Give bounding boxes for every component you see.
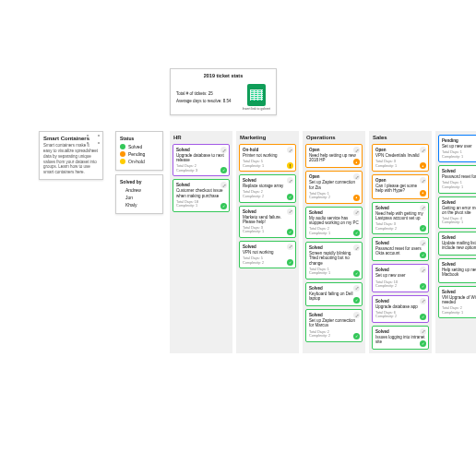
ticket-status: Solved: [243, 244, 292, 249]
expand-icon[interactable]: ⤢: [420, 298, 426, 304]
ticket-status: Solved: [375, 241, 425, 245]
ticket-card[interactable]: ⤢SolvedVPN not workingTotal Days: 5Compl…: [239, 241, 296, 268]
ticket-status: Solved: [243, 178, 292, 183]
ticket-card[interactable]: ⤢OpenVPN Credentials InvalidTotal Days: …: [372, 144, 429, 172]
status-badge: [420, 314, 426, 320]
ticket-status: Solved: [309, 286, 359, 291]
ticket-title: Marketo send failure. Please help!: [243, 215, 292, 224]
ticket-title: Upgrade database to next release: [176, 153, 226, 162]
author-item[interactable]: Andrew: [120, 187, 159, 193]
status-solved[interactable]: Solved: [120, 144, 159, 149]
status-legend-card: Status Solved Pending On-hold: [115, 131, 163, 171]
ticket-status: Pending: [442, 138, 476, 143]
ticket-card[interactable]: ⤢SolvedNeed help with getting my Lastpas…: [372, 202, 429, 234]
ticket-card[interactable]: ⤢SolvedMarketo send failure. Please help…: [239, 206, 296, 238]
author-item[interactable]: Jon: [120, 195, 159, 200]
stats-avg: Average days to resolve: 8.54: [176, 99, 231, 103]
ticket-card[interactable]: ⤢SolvedUpdate mailing list to include ne…: [438, 232, 476, 256]
expand-icon[interactable]: ⤢: [220, 147, 227, 153]
ticket-complexity: Complexity: 2: [309, 196, 359, 200]
ticket-complexity: Complexity: 3: [176, 169, 226, 173]
status-badge: [287, 194, 293, 200]
ticket-card[interactable]: ⤢OpenSet up Zapier connection for ZiaTot…: [305, 171, 363, 203]
column-title: Marketing: [239, 135, 296, 140]
ticket-complexity: Complexity: 1: [309, 232, 359, 236]
google-sheets-icon[interactable]: [247, 84, 266, 106]
ticket-title: VPN Credentials Invalid: [375, 153, 425, 158]
status-onhold[interactable]: On-hold: [120, 159, 159, 164]
ticket-card[interactable]: ⤢SolvedHelp setting up new Macbook: [438, 258, 476, 282]
ticket-status: Solved: [442, 169, 476, 173]
ticket-card[interactable]: ⤢SolvedSet up new userTotal Days: 10Comp…: [372, 264, 429, 292]
solvedby-card: Solved by Andrew Jon Khaly: [115, 174, 163, 214]
ticket-title: Set up new user: [375, 273, 425, 278]
status-badge: [353, 195, 360, 201]
board-column: Operations⤢OpenNeed help setting up new …: [303, 131, 365, 353]
ticket-title: Can I please get some help with Hype?: [375, 184, 425, 193]
smart-desc: Smart containers make it easy to visuali…: [43, 143, 99, 175]
ticket-title: My audio service has stopped working on …: [309, 216, 359, 225]
column-title: HR: [173, 135, 230, 140]
ticket-card[interactable]: ⤢SolvedIssues logging into intranet site: [372, 326, 429, 350]
ticket-card[interactable]: ⤢OpenNeed help setting up new 2018 HP: [305, 144, 363, 168]
expand-icon[interactable]: ⤢: [287, 208, 293, 215]
ticket-status: Solved: [375, 329, 425, 334]
ticket-card[interactable]: ⤢On-holdPrinter not workingTotal Days: 5…: [239, 144, 296, 172]
status-dot-green: [120, 144, 125, 149]
ticket-card[interactable]: ⤢SolvedPassword reset for OktaTotal Days…: [438, 165, 476, 193]
status-badge: [420, 340, 426, 347]
ticket-complexity: Complexity: 1: [442, 220, 476, 225]
ticket-complexity: Complexity: 2: [243, 195, 292, 199]
ticket-card[interactable]: ⤢SolvedMy audio service has stopped work…: [305, 207, 363, 239]
ticket-status: Solved: [243, 209, 292, 214]
status-badge: [353, 297, 360, 303]
ticket-complexity: Complexity: 1: [243, 230, 292, 234]
ticket-complexity: Complexity: 1: [442, 155, 476, 160]
ticket-card[interactable]: ⤢PendingSet up new userTotal Days: 1Comp…: [438, 135, 476, 162]
ticket-card[interactable]: ⤢SolvedUpgrade database appTotal Days: 6…: [372, 295, 429, 323]
expand-icon[interactable]: ⤢: [420, 205, 426, 211]
ticket-card[interactable]: ⤢SolvedGetting an error message on the p…: [438, 196, 476, 229]
status-badge: [353, 333, 360, 339]
ticket-title: Help setting up new Macbook: [442, 268, 476, 277]
ticket-complexity: Complexity: 1: [442, 185, 476, 190]
ticket-title: Upgrade database app: [375, 304, 425, 309]
sheets-label[interactable]: Insert link to gsheet: [243, 107, 270, 111]
ticket-title: Set up Zapier connection for Marcus: [309, 318, 359, 327]
ticket-status: Solved: [442, 235, 476, 240]
ticket-card[interactable]: ⤢SolvedVM Upgrade of Win 7 OS neededTota…: [438, 286, 476, 318]
stats-card: 2019 ticket stats Total # of tickets: 25…: [170, 68, 277, 115]
solvedby-heading: Solved by: [120, 179, 159, 184]
ticket-title: Getting an error message on the pivot si…: [442, 206, 476, 215]
expand-icon[interactable]: ⤢: [353, 147, 360, 153]
ticket-complexity: Complexity: 1: [309, 271, 359, 276]
ticket-card[interactable]: ⤢SolvedUpgrade database to next releaseT…: [173, 144, 230, 176]
ticket-complexity: Complexity: 1: [442, 311, 476, 315]
column-title: Sales: [372, 135, 429, 140]
ticket-card[interactable]: ⤢SolvedScreen rapidly blinking. Tried re…: [305, 242, 363, 280]
ticket-card[interactable]: ⤢SolvedPassword reset for users Okta acc…: [372, 237, 429, 261]
expand-icon[interactable]: ⤢: [420, 147, 426, 153]
expand-icon[interactable]: ⤢: [353, 285, 360, 292]
ticket-title: Printer not working: [243, 153, 292, 158]
column-title: Operations: [305, 135, 363, 140]
ticket-card[interactable]: ⤢OpenCan I please get some help with Hyp…: [372, 174, 429, 198]
stats-title: 2019 ticket stats: [176, 73, 270, 78]
status-pending[interactable]: Pending: [120, 151, 159, 157]
expand-icon[interactable]: ⤢: [287, 244, 293, 250]
expand-icon[interactable]: ⤢: [287, 147, 293, 153]
ticket-status: Solved: [442, 262, 476, 267]
expand-icon[interactable]: ⤢: [353, 209, 360, 216]
ticket-title: VPN not working: [243, 250, 292, 255]
ticket-card[interactable]: ⤢SolvedReplace storage arrayTotal Days: …: [239, 174, 296, 202]
ticket-status: Open: [375, 178, 425, 183]
ticket-status: Solved: [309, 210, 359, 215]
expand-icon[interactable]: ⤢: [420, 240, 426, 246]
expand-icon[interactable]: ⤢: [420, 328, 426, 335]
ticket-card[interactable]: ⤢SolvedCustomer checkout issue when maki…: [173, 179, 230, 211]
ticket-status: Solved: [375, 299, 425, 303]
author-item[interactable]: Khaly: [120, 202, 159, 208]
ticket-card[interactable]: ⤢SolvedKeyboard failing on Dell laptop: [305, 282, 363, 306]
ticket-complexity: Complexity: 2: [243, 261, 292, 266]
ticket-card[interactable]: ⤢SolvedSet up Zapier connection for Marc…: [305, 309, 363, 341]
